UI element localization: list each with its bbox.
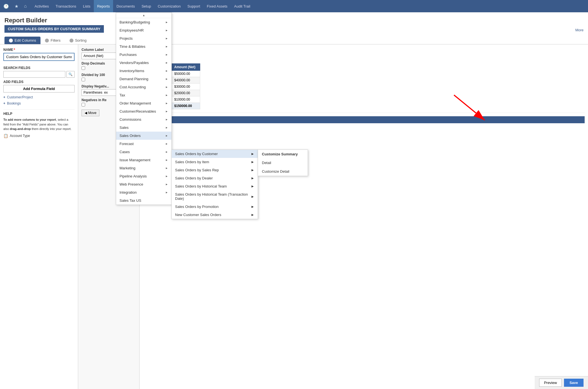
subsub-customize-summary[interactable]: Customize Summary [258,150,308,158]
total-value: $150000.00 [170,103,200,109]
nav-customization[interactable]: Customization [154,0,184,12]
menu-cost-accounting[interactable]: Cost Accounting► [116,83,171,91]
tab-edit-columns[interactable]: Edit Columns [4,37,40,44]
tab-filters[interactable]: Filters [40,37,65,44]
account-type-tag[interactable]: 📋 Account Type [3,134,75,138]
more-link[interactable]: More [575,28,584,32]
sub-sales-orders-by-sales-rep[interactable]: Sales Orders by Sales Rep► [172,166,258,174]
tab-dot-sorting [70,39,73,42]
table-cell: $40000.00 [170,77,200,84]
tab-sorting-label: Sorting [75,38,87,42]
preview-label: Report Prev... [143,48,585,52]
menu-issue-management[interactable]: Issue Management► [116,156,171,164]
menu-web-presence[interactable]: Web Presence► [116,180,171,188]
search-row: 🔍 [3,71,75,78]
table-cell: $30000.00 [170,84,200,90]
search-fields-title: SEARCH FIELDS [3,66,75,70]
menu-commissions[interactable]: Commissions► [116,115,171,124]
page-header: More Report Builder CUSTOM SALES ORDERS … [0,12,588,44]
star-icon[interactable]: ★ [13,3,20,10]
menu-purchases[interactable]: Purchases► [116,51,171,59]
menu-projects[interactable]: Projects► [116,34,171,42]
table-cell: $10000.00 [170,96,200,103]
search-button[interactable]: 🔍 [66,71,75,78]
move-arrow-left: ◀ [85,111,87,115]
name-label: NAME* [3,48,75,52]
customize-submenu: Customize Summary Detail Customize Detai… [258,150,308,176]
move-button[interactable]: ◀ Move [82,110,99,116]
help-section: HELP To add more columns to your report,… [3,109,75,138]
menu-time-billables[interactable]: Time & Billables► [116,42,171,51]
required-star: * [14,48,15,52]
menu-forecast[interactable]: Forecast► [116,140,171,148]
bottom-bar: Preview Save [535,376,588,389]
add-fields-title: ADD FIELDS [3,80,75,84]
field-customer-project[interactable]: Customer/Project [3,95,75,100]
save-button[interactable]: Save [564,379,584,387]
menu-tax[interactable]: Tax► [116,91,171,99]
add-formula-button[interactable]: Add Formula Field [3,85,75,92]
sales-orders-submenu: Sales Orders by Customer► Sales Orders b… [171,150,258,219]
table-cell: $20000.00 [170,90,200,96]
menu-cases[interactable]: Cases► [116,148,171,156]
page-title: Report Builder [4,15,584,25]
nav-fixed-assets[interactable]: Fixed Assets [204,0,231,12]
home-icon[interactable]: ⌂ [23,3,28,10]
nav-transactions[interactable]: Transactions [52,0,80,12]
top-nav: 🕐 ★ ⌂ Activities Transactions Lists Repo… [0,0,588,12]
report-subtitle: CUSTOM SALES ORDERS BY CUSTOMER SUMMARY [4,25,104,33]
subsub-detail[interactable]: Detail [258,158,308,167]
account-type-label: Account Type [10,134,30,138]
main-layout: NAME* SEARCH FIELDS 🔍 ADD FIELDS Add For… [0,44,588,389]
bookings-header: Bookings: A... [143,116,585,123]
divided-by-100-checkbox[interactable] [82,78,85,81]
menu-employees[interactable]: Employees/HR► [116,26,171,34]
menu-vendors[interactable]: Vendors/Payables► [116,59,171,67]
menu-customer-receivables[interactable]: Customer/Receivables► [116,107,171,115]
sub-sales-orders-by-historical-team[interactable]: Sales Orders by Historical Team► [172,182,258,190]
left-panel: NAME* SEARCH FIELDS 🔍 ADD FIELDS Add For… [0,44,78,389]
menu-banking[interactable]: Banking/Budgeting► [116,18,171,26]
tab-edit-columns-label: Edit Columns [15,38,36,42]
tab-filters-label: Filters [51,38,60,42]
history-icon[interactable]: 🕐 [2,3,10,10]
tabs-row: Edit Columns Filters Sorting [4,35,584,44]
table-cell: $50000.00 [170,71,200,77]
menu-sales[interactable]: Sales► [116,124,171,132]
help-title: HELP [3,112,75,116]
menu-integration[interactable]: Integration► [116,188,171,196]
menu-sales-tax-us[interactable]: Sales Tax US [116,196,171,205]
sub-new-customer-sales-orders[interactable]: New Customer Sales Orders► [172,211,258,219]
nav-icons: 🕐 ★ ⌂ [2,3,28,10]
sub-sales-orders-by-historical-team-td[interactable]: Sales Orders by Historical Team (Transac… [172,190,258,203]
sub-sales-orders-by-dealer[interactable]: Sales Orders by Dealer► [172,174,258,182]
menu-inventory[interactable]: Inventory/Items► [116,67,171,75]
field-bookings[interactable]: Bookings [3,101,75,106]
nav-lists[interactable]: Lists [80,0,94,12]
menu-pipeline[interactable]: Pipeline Analysis► [116,172,171,180]
drop-decimals-checkbox[interactable] [82,66,85,70]
name-field: NAME* [3,48,75,64]
tab-sorting[interactable]: Sorting [65,37,91,44]
search-input[interactable] [3,71,65,78]
menu-marketing[interactable]: Marketing► [116,164,171,172]
sub-sales-orders-by-promotion[interactable]: Sales Orders by Promotion► [172,203,258,211]
sub-sales-orders-by-item[interactable]: Sales Orders by Item► [172,158,258,166]
field-group-bookings: Bookings [3,101,75,106]
nav-setup[interactable]: Setup [138,0,154,12]
menu-demand[interactable]: Demand Planning► [116,75,171,83]
sub-sales-orders-by-customer[interactable]: Sales Orders by Customer► [172,150,258,158]
menu-order-management[interactable]: Order Management► [116,99,171,107]
subsub-customize-detail[interactable]: Customize Detail [258,167,308,176]
nav-activities[interactable]: Activities [31,0,52,12]
menu-sales-orders[interactable]: Sales Orders► [116,132,171,140]
preview-button[interactable]: Preview [539,379,561,387]
nav-reports[interactable]: Reports [94,0,113,12]
col-header-amount: Amount (Net) [170,64,200,71]
negatives-checkbox[interactable] [82,103,85,106]
nav-audit-trail[interactable]: Audit Trail [231,0,254,12]
nav-support[interactable]: Support [184,0,204,12]
name-input[interactable] [3,53,75,61]
scroll-up[interactable]: ▲ [116,13,171,18]
nav-documents[interactable]: Documents [113,0,138,12]
